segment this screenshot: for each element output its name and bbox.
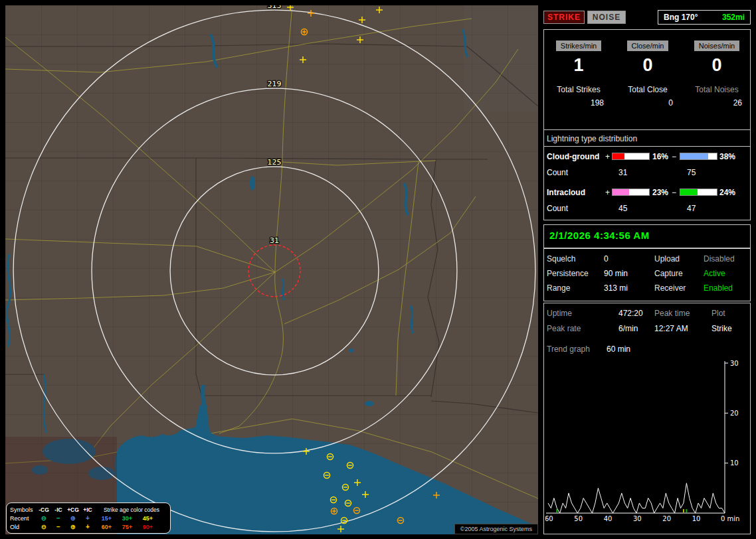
minus-sign: −: [672, 188, 676, 197]
range-value: 313 mi: [604, 283, 628, 293]
ic-negative-count: 47: [687, 204, 696, 213]
total-close-value: 0: [613, 98, 682, 108]
x-tick-label: 30: [633, 515, 642, 522]
receiver-label: Receiver: [654, 283, 686, 293]
legend-strike-symbol-icon: ⊕: [66, 523, 80, 530]
cloud-ground-label: Cloud-ground: [547, 152, 599, 161]
legend-row-label: Recent: [10, 515, 37, 522]
distribution-title: Lightning type distribution: [544, 134, 750, 147]
age-code: 60+: [96, 524, 117, 530]
terrain-shading: [464, 5, 538, 112]
peak-rate-label: Peak rate: [547, 324, 581, 333]
trend-line: [548, 483, 725, 513]
plus-sign: +: [605, 188, 610, 197]
cg-negative-bar: [680, 153, 717, 160]
peak-time-label: Peak time: [654, 309, 690, 318]
cloud-ground-row: Cloud-ground + 16% − 38%: [544, 152, 750, 161]
strikes-rate-column: Strikes/min 1 Total Strikes 198: [544, 40, 613, 108]
strikes-per-min-chip: Strikes/min: [556, 40, 601, 51]
peak-rate-value: 6/min: [618, 324, 638, 333]
section-divider: [544, 129, 750, 130]
range-ring-label: 219: [268, 80, 282, 88]
river: [411, 305, 413, 333]
map-display[interactable]: 31125219313 Symbols -CG -IC +CG +IC Stri…: [5, 5, 538, 534]
legend-col-pcg: +CG: [66, 506, 80, 513]
trend-graph: 3020106050403020100 min: [545, 359, 745, 525]
trend-label-row: Trend graph 60 min: [544, 345, 750, 355]
legend-col-nic: -IC: [51, 506, 66, 513]
rates-section: Strikes/min 1 Total Strikes 198 Close/mi…: [543, 29, 751, 220]
persistence-value: 90 min: [604, 269, 628, 278]
count-label: Count: [547, 204, 568, 213]
legend-header: Symbols -CG -IC +CG +IC Strike age color…: [10, 505, 167, 514]
age-code: 75+: [117, 524, 138, 530]
strikes-per-min-value: 1: [544, 55, 613, 76]
range-ring-label: 125: [268, 158, 282, 167]
legend-strike-symbol-icon: +: [80, 523, 95, 530]
cg-count-row: Count 31 75: [544, 168, 750, 177]
legend-strike-symbol-icon: −: [51, 514, 66, 522]
datetime-display: 2/1/2026 4:34:56 AM: [544, 225, 750, 246]
legend-strike-symbol-icon: −: [51, 523, 66, 530]
lake: [365, 401, 374, 406]
peak-time-value: 12:27 AM: [654, 324, 688, 333]
squelch-label: Squelch: [547, 254, 575, 264]
settings-row: Range 313 mi Receiver Enabled: [544, 283, 750, 294]
cg-positive-count: 31: [618, 168, 627, 177]
age-code: 15+: [96, 515, 117, 522]
upload-label: Upload: [654, 254, 680, 264]
total-noises-label: Total Noises: [682, 85, 751, 94]
legend-row-label: Old: [10, 524, 37, 530]
legend-age-title: Strike age color codes: [96, 506, 167, 513]
uptime-label: Uptime: [547, 309, 572, 318]
noise-button[interactable]: NOISE: [587, 11, 626, 24]
age-code: 30+: [117, 515, 138, 522]
cg-positive-pct: 16%: [652, 152, 668, 161]
y-tick-label: 10: [730, 459, 739, 467]
bearing-label: Bng 170°: [664, 13, 698, 22]
cg-negative-count: 75: [687, 168, 696, 177]
ic-positive-count: 45: [618, 204, 627, 213]
map-legend: Symbols -CG -IC +CG +IC Strike age color…: [6, 502, 171, 534]
legend-symbols-title: Symbols: [10, 506, 37, 513]
bearing-readout: Bng 170° 352mi: [658, 10, 751, 25]
squelch-value: 0: [604, 254, 609, 264]
ic-positive-bar: [612, 189, 650, 196]
legend-row-old: Old⊖−⊕+60+75+90+: [10, 522, 167, 531]
map-canvas: 31125219313: [5, 5, 538, 534]
uptime-value: 472:20: [618, 309, 643, 318]
minus-sign: −: [672, 152, 676, 161]
total-strikes-value: 198: [544, 98, 613, 108]
datetime-section: 2/1/2026 4:34:56 AM: [543, 224, 751, 248]
close-rate-column: Close/min 0 Total Close 0: [613, 40, 682, 108]
legend-strike-symbol-icon: +: [80, 514, 95, 522]
noises-per-min-value: 0: [682, 55, 751, 76]
ic-positive-pct: 23%: [652, 188, 668, 197]
age-code: 90+: [138, 524, 158, 530]
trend-graph-label: Trend graph: [547, 345, 590, 354]
legend-row-recent: Recent⊖−⊕+15+30+45+: [10, 514, 167, 522]
y-tick-label: 30: [730, 360, 739, 367]
intracloud-row: Intracloud + 23% − 24%: [544, 188, 750, 197]
status-row: Peak rate 6/min 12:27 AM Strike: [544, 324, 750, 335]
ic-negative-bar: [680, 189, 717, 196]
noises-rate-column: Noises/min 0 Total Noises 26: [682, 40, 751, 108]
settings-section: Squelch 0 Upload Disabled Persistence 90…: [543, 248, 751, 301]
plot-label: Plot: [711, 309, 725, 318]
ic-count-row: Count 45 47: [544, 204, 750, 213]
x-tick-label: 40: [604, 515, 613, 522]
strike-button[interactable]: STRIKE: [543, 11, 585, 24]
settings-row: Persistence 90 min Capture Active: [544, 269, 750, 279]
lake: [250, 176, 255, 191]
settings-row: Squelch 0 Upload Disabled: [544, 254, 750, 265]
x-tick-label: 60: [545, 515, 553, 522]
legend-strike-symbol-icon: ⊕: [66, 514, 80, 522]
x-tick-label: 20: [662, 515, 671, 522]
count-label: Count: [547, 168, 568, 177]
plot-mode-value: Strike: [711, 324, 732, 333]
total-close-label: Total Close: [613, 85, 682, 94]
intracloud-label: Intracloud: [547, 188, 585, 197]
range-ring-label: 313: [268, 5, 282, 10]
plus-sign: +: [605, 152, 610, 161]
range-label: Range: [547, 283, 570, 293]
